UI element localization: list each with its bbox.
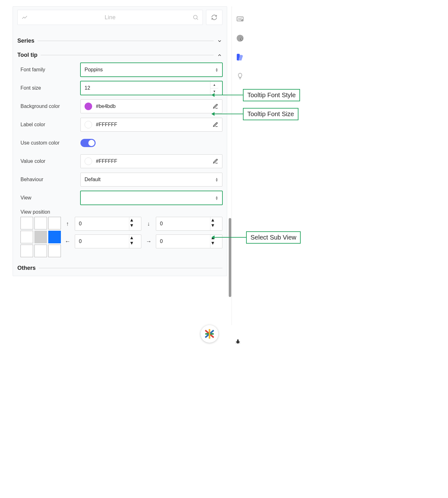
arrow-up-icon: ↑ xyxy=(64,221,71,227)
annotation-sub-view: Select Sub View xyxy=(246,231,301,244)
svg-point-9 xyxy=(237,339,239,341)
arrow-left-icon: ← xyxy=(64,238,71,245)
pos-bottom-left[interactable] xyxy=(21,245,33,257)
stepper-down-icon[interactable]: ▼ xyxy=(210,222,218,228)
label-color-label: Label color xyxy=(21,122,80,127)
view-position-label: View position xyxy=(21,209,222,215)
stepper-up-icon[interactable]: ▲ xyxy=(129,217,137,222)
nudge-left-stepper[interactable]: 0 ▲▼ xyxy=(75,234,141,248)
font-size-value: 12 xyxy=(85,85,210,91)
bg-color-label: Background color xyxy=(21,104,80,109)
svg-point-0 xyxy=(193,15,197,19)
font-family-value: Poppins xyxy=(85,67,103,73)
svg-point-4 xyxy=(237,35,244,42)
section-others-title: Others xyxy=(17,265,36,271)
stepper-down-icon[interactable]: ▼ xyxy=(129,240,137,246)
rail-theme-icon[interactable] xyxy=(235,52,245,62)
font-size-stepper[interactable]: 12 ▲ ▼ xyxy=(80,81,222,95)
value-color-label: Value color xyxy=(21,158,80,164)
stepper-up-icon[interactable]: ▲ xyxy=(129,235,137,240)
label-color-picker[interactable]: #FFFFFF xyxy=(80,118,222,132)
chart-type-search[interactable]: Line xyxy=(17,10,203,25)
search-text: Line xyxy=(30,14,190,21)
value-color-swatch xyxy=(85,157,92,165)
select-arrows-icon: ▲▼ xyxy=(215,196,218,200)
annotation-font-style: Tooltip Font Style xyxy=(243,89,300,101)
use-custom-color-toggle[interactable] xyxy=(80,139,96,147)
pos-center[interactable] xyxy=(34,231,47,243)
edit-icon[interactable] xyxy=(213,104,218,109)
view-label: View xyxy=(21,195,80,201)
behaviour-select[interactable]: Default ▲▼ xyxy=(80,173,222,187)
behaviour-value: Default xyxy=(85,177,101,182)
side-rail xyxy=(232,6,249,81)
nudge-down-stepper[interactable]: 0 ▲▼ xyxy=(156,217,222,231)
section-others-header[interactable]: Others xyxy=(17,265,222,271)
use-custom-color-label: Use custom color xyxy=(21,140,80,146)
font-size-label: Font size xyxy=(21,85,80,91)
bg-color-value: #be4bdb xyxy=(96,104,115,109)
position-grid xyxy=(21,217,61,257)
view-select[interactable]: ▲▼ xyxy=(80,191,222,205)
svg-line-12 xyxy=(236,342,237,343)
select-arrows-icon: ▲▼ xyxy=(215,177,218,182)
nudge-up-stepper[interactable]: 0 ▲▼ xyxy=(75,217,141,231)
arrow-right-icon: → xyxy=(145,238,152,245)
pos-top-center[interactable] xyxy=(34,217,47,229)
search-icon xyxy=(192,14,199,21)
line-chart-icon xyxy=(21,14,28,21)
refresh-button[interactable] xyxy=(206,10,222,25)
section-series-header[interactable]: Series xyxy=(17,38,222,44)
rail-gauge-icon[interactable] xyxy=(235,33,245,43)
behaviour-label: Behaviour xyxy=(21,177,80,182)
rail-dashboard-icon[interactable] xyxy=(235,15,245,24)
section-series-title: Series xyxy=(17,38,34,44)
font-family-label: Font family xyxy=(21,67,80,73)
properties-panel: Line Series Tool tip xyxy=(13,6,227,276)
rail-bulb-icon[interactable] xyxy=(235,71,245,81)
edit-icon[interactable] xyxy=(213,158,218,164)
value-color-picker[interactable]: #FFFFFF xyxy=(80,154,222,168)
pos-top-left[interactable] xyxy=(21,217,33,229)
select-arrows-icon: ▲▼ xyxy=(215,68,218,72)
font-family-select[interactable]: Poppins ▲▼ xyxy=(80,63,222,77)
edit-icon[interactable] xyxy=(213,122,218,127)
pos-bottom-center[interactable] xyxy=(34,245,47,257)
value-color-value: #FFFFFF xyxy=(96,158,117,164)
stepper-down-icon[interactable]: ▼ xyxy=(129,222,137,228)
svg-line-11 xyxy=(239,341,240,342)
weave-logo-icon[interactable] xyxy=(201,325,218,343)
section-tooltip-header[interactable]: Tool tip xyxy=(17,52,222,58)
arrow-down-icon: ↓ xyxy=(145,221,152,227)
bg-color-swatch xyxy=(85,103,92,110)
pos-mid-left[interactable] xyxy=(21,231,33,243)
label-color-value: #FFFFFF xyxy=(96,122,117,127)
scrollbar-thumb[interactable] xyxy=(229,218,231,297)
stepper-up-icon[interactable]: ▲ xyxy=(210,81,218,88)
bg-color-picker[interactable]: #be4bdb xyxy=(80,99,222,113)
svg-line-13 xyxy=(239,342,240,343)
chevron-down-icon xyxy=(217,38,222,44)
stepper-down-icon[interactable]: ▼ xyxy=(210,240,218,246)
chevron-up-icon xyxy=(217,52,222,58)
annotation-font-size: Tooltip Font Size xyxy=(243,108,298,120)
pos-top-right[interactable] xyxy=(48,217,61,229)
stepper-up-icon[interactable]: ▲ xyxy=(210,217,218,222)
section-tooltip-title: Tool tip xyxy=(17,52,38,58)
svg-line-10 xyxy=(236,341,237,342)
svg-point-3 xyxy=(241,20,243,21)
pos-bottom-right[interactable] xyxy=(48,245,61,257)
label-color-swatch xyxy=(85,121,92,128)
svg-line-1 xyxy=(197,19,198,20)
bug-icon[interactable] xyxy=(235,338,241,346)
pos-mid-right[interactable] xyxy=(48,231,61,243)
